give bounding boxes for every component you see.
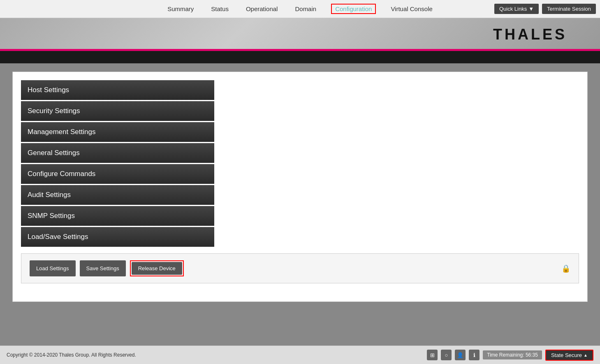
state-secure-label: State Secure [551,352,582,358]
nav-right-actions: Quick Links ▼ Terminate Session [494,4,596,14]
nav-operational[interactable]: Operational [243,4,280,14]
copyright-text: Copyright © 2014-2020 Thales Group. All … [7,352,136,358]
header-banner: THALES [0,18,600,51]
main-content-area: Host Settings Security Settings Manageme… [0,63,600,345]
menu-item-management-settings[interactable]: Management Settings [21,122,214,142]
nav-status[interactable]: Status [208,4,231,14]
nav-links: Summary Status Operational Domain Config… [165,4,435,14]
state-secure-chevron-icon: ▲ [584,353,588,357]
info-icon[interactable]: ℹ [469,350,480,360]
nav-domain[interactable]: Domain [292,4,319,14]
menu-item-configure-commands[interactable]: Configure Commands [21,164,214,184]
state-secure-button[interactable]: State Secure ▲ [545,350,593,361]
menu-item-host-settings[interactable]: Host Settings [21,80,214,100]
main-card: Host Settings Security Settings Manageme… [12,72,588,302]
release-device-wrapper: Release Device [130,260,184,276]
time-remaining: Time Remaining: 56:35 [483,350,542,359]
menu-item-general-settings[interactable]: General Settings [21,143,214,163]
nav-virtual-console[interactable]: Virtual Console [388,4,435,14]
footer: Copyright © 2014-2020 Thales Group. All … [0,345,600,364]
lock-icon: 🔒 [561,264,570,273]
chevron-down-icon: ▼ [528,6,534,12]
nav-configuration[interactable]: Configuration [331,4,376,14]
grid-icon[interactable]: ⊞ [427,350,438,360]
load-settings-button[interactable]: Load Settings [30,260,76,276]
nav-summary[interactable]: Summary [165,4,196,14]
top-navigation: Summary Status Operational Domain Config… [0,0,600,18]
release-device-button[interactable]: Release Device [132,262,182,275]
menu-item-security-settings[interactable]: Security Settings [21,101,214,121]
quick-links-button[interactable]: Quick Links ▼ [494,4,539,14]
menu-item-audit-settings[interactable]: Audit Settings [21,185,214,205]
menu-item-load-save-settings[interactable]: Load/Save Settings [21,227,214,247]
quick-links-label: Quick Links [499,6,527,12]
menu-item-snmp-settings[interactable]: SNMP Settings [21,206,214,226]
save-settings-button[interactable]: Save Settings [80,260,126,276]
actions-box: Load Settings Save Settings Release Devi… [21,253,579,283]
sidebar-menu: Host Settings Security Settings Manageme… [21,80,214,247]
footer-right: ⊞ ○ 👤 ℹ Time Remaining: 56:35 State Secu… [427,350,593,361]
circle-icon[interactable]: ○ [441,350,452,360]
actions-left: Load Settings Save Settings Release Devi… [30,260,184,276]
thales-logo: THALES [493,26,567,43]
terminate-session-button[interactable]: Terminate Session [542,4,596,14]
black-bar [0,51,600,63]
person-icon[interactable]: 👤 [455,350,466,360]
